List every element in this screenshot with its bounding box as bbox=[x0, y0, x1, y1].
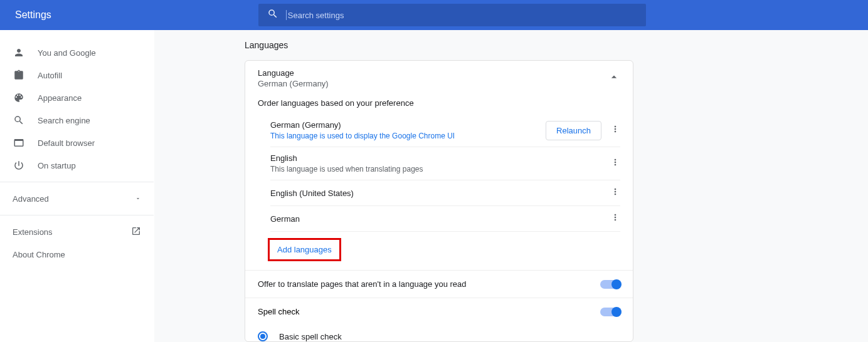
language-name: English (United States) bbox=[270, 189, 354, 198]
translate-label: Offer to translate pages that aren't in … bbox=[258, 279, 467, 289]
more-vert-icon[interactable] bbox=[610, 157, 620, 170]
basic-spellcheck-row[interactable]: Basic spell check bbox=[245, 325, 633, 341]
palette-icon bbox=[13, 91, 25, 104]
language-row: German (Germany) This language is used t… bbox=[270, 114, 620, 147]
language-name: German bbox=[270, 214, 300, 224]
sidebar-item-label: Autofill bbox=[38, 71, 62, 80]
sidebar-item-appearance[interactable]: Appearance bbox=[0, 86, 154, 109]
more-vert-icon[interactable] bbox=[610, 187, 620, 199]
translate-toggle-row: Offer to translate pages that aren't in … bbox=[245, 270, 633, 298]
more-vert-icon[interactable] bbox=[610, 212, 620, 225]
sidebar-item-you-and-google[interactable]: You and Google bbox=[0, 41, 154, 64]
languages-card: Language German (Germany) Order language… bbox=[245, 60, 633, 342]
language-name: German (Germany) bbox=[270, 120, 455, 130]
sidebar-item-extensions[interactable]: Extensions bbox=[0, 220, 154, 243]
spellcheck-toggle[interactable] bbox=[600, 308, 620, 316]
clipboard-icon bbox=[13, 69, 25, 81]
language-row: German bbox=[270, 206, 620, 232]
sidebar-item-about-chrome[interactable]: About Chrome bbox=[0, 243, 154, 266]
sidebar-item-label: You and Google bbox=[38, 48, 96, 58]
sidebar-item-label: On startup bbox=[38, 161, 76, 170]
sidebar-item-autofill[interactable]: Autofill bbox=[0, 64, 154, 86]
language-instruction: Order languages based on your preference bbox=[245, 96, 633, 114]
translate-toggle[interactable] bbox=[600, 280, 620, 289]
language-current: German (Germany) bbox=[258, 79, 329, 88]
sidebar: You and Google Autofill Appearance Searc… bbox=[0, 30, 154, 342]
sidebar-item-advanced[interactable]: Advanced bbox=[0, 187, 154, 210]
power-icon bbox=[13, 159, 25, 172]
sidebar-item-label: Default browser bbox=[38, 138, 95, 148]
chevron-down-icon bbox=[135, 194, 141, 204]
person-icon bbox=[13, 46, 25, 59]
sidebar-item-label: Extensions bbox=[13, 227, 53, 237]
search-icon bbox=[267, 8, 278, 22]
add-languages-button[interactable]: Add languages bbox=[268, 238, 341, 261]
sidebar-item-label: Search engine bbox=[38, 116, 90, 125]
language-header-row[interactable]: Language German (Germany) bbox=[245, 61, 633, 96]
sidebar-item-on-startup[interactable]: On startup bbox=[0, 154, 154, 177]
sidebar-item-default-browser[interactable]: Default browser bbox=[0, 132, 154, 154]
page-title: Languages bbox=[245, 40, 633, 50]
search-box[interactable] bbox=[258, 4, 646, 26]
chevron-up-icon bbox=[608, 71, 620, 86]
sidebar-item-label: Appearance bbox=[38, 93, 82, 103]
language-note: This language is used when translating p… bbox=[270, 165, 423, 174]
language-row: English This language is used when trans… bbox=[270, 147, 620, 180]
language-heading: Language bbox=[258, 68, 329, 78]
spellcheck-header: Spell check bbox=[245, 298, 633, 325]
main-content: Languages Language German (Germany) Orde… bbox=[154, 30, 868, 342]
sidebar-item-search-engine[interactable]: Search engine bbox=[0, 109, 154, 132]
sidebar-item-label: About Chrome bbox=[13, 250, 65, 259]
external-link-icon bbox=[131, 226, 141, 238]
spellcheck-label: Spell check bbox=[258, 307, 299, 316]
radio-selected-icon[interactable] bbox=[258, 331, 268, 341]
basic-spellcheck-label: Basic spell check bbox=[279, 332, 342, 341]
browser-icon bbox=[13, 137, 25, 149]
language-name: English bbox=[270, 153, 423, 163]
language-row: English (United States) bbox=[270, 180, 620, 206]
language-note: This language is used to display the Goo… bbox=[270, 132, 455, 140]
language-list: German (Germany) This language is used t… bbox=[270, 114, 620, 232]
more-vert-icon[interactable] bbox=[610, 124, 620, 137]
app-title: Settings bbox=[15, 9, 51, 21]
search-icon bbox=[13, 114, 25, 127]
sidebar-item-label: Advanced bbox=[13, 194, 49, 204]
app-header: Settings bbox=[0, 0, 868, 30]
relaunch-button[interactable]: Relaunch bbox=[546, 121, 601, 140]
search-input[interactable] bbox=[286, 10, 637, 20]
